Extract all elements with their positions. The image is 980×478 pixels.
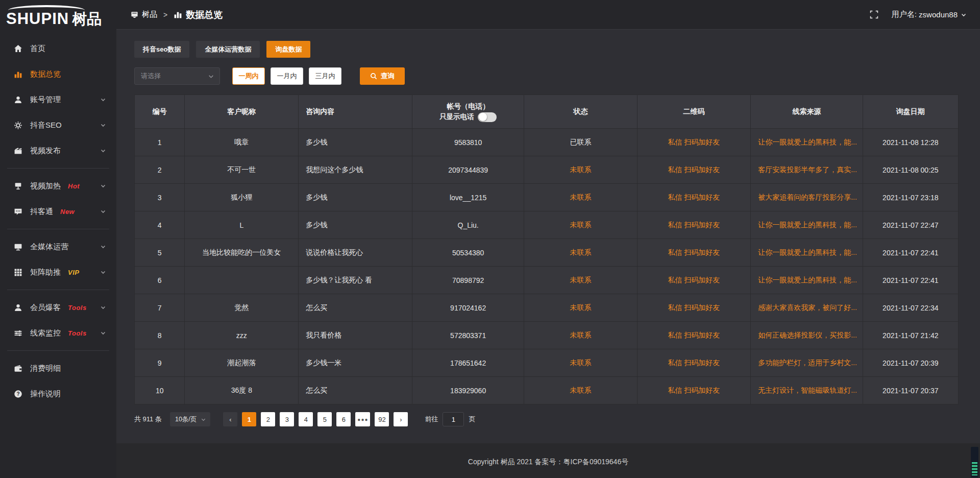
screen-flag-icon [13,181,22,190]
cell-account: 50534380 [412,239,524,267]
table-row: 3 狐小狸 多少钱 love__1215 未联系 私信 扫码加好友 被大家追着问… [135,184,959,211]
table-row: 9 潮起潮落 多少钱一米 178651642 未联系 私信 扫码加好友 多功能护… [135,349,959,377]
sidebar-item-data-overview[interactable]: 数据总览 [0,61,116,87]
cell-qrcode-link[interactable]: 私信 扫码加好友 [637,349,751,377]
phone-only-toggle[interactable] [478,112,497,122]
sidebar-item-label: 操作说明 [30,389,61,399]
next-page-button[interactable]: › [394,412,408,426]
cell-id: 6 [135,267,185,294]
sidebar-item-label: 首页 [30,44,45,54]
sidebar-item-douketong[interactable]: 抖客通 New [0,199,116,224]
app-root: SHUPIN树品 首页 数据总览 账号管理 [0,0,980,478]
cell-qrcode-link[interactable]: 私信 扫码加好友 [637,377,751,404]
sidebar-item-lead-monitor[interactable]: 线索监控 Tools [0,320,116,346]
query-button[interactable]: 查询 [360,67,405,85]
breadcrumb-separator: > [163,11,167,19]
cell-qrcode-link[interactable]: 私信 扫码加好友 [637,239,751,267]
tab-douyin-seo-data[interactable]: 抖音seo数据 [134,41,189,58]
chevron-down-icon [100,183,106,189]
member-icon [13,303,22,312]
grid-icon [13,268,22,277]
cell-id: 10 [135,377,185,404]
cell-qrcode-link[interactable]: 私信 扫码加好友 [637,211,751,239]
sidebar-item-label: 抖客通 [30,207,53,217]
cell-date: 2021-11-07 23:18 [863,184,958,211]
page-button-4[interactable]: 4 [299,412,313,426]
sidebar-item-home[interactable]: 首页 [0,36,116,61]
table-row: 6 多少钱？让我死心 看 70898792 未联系 私信 扫码加好友 让你一眼就… [135,267,959,294]
page-button-92[interactable]: 92 [375,412,389,426]
cell-qrcode-link[interactable]: 私信 扫码加好友 [637,156,751,184]
cell-source-link[interactable]: 让你一眼就爱上的黑科技，能... [751,129,863,156]
sidebar-item-matrix-boost[interactable]: 矩阵助推 VIP [0,259,116,285]
sidebar-item-douyin-seo[interactable]: 抖音SEO [0,112,116,138]
sidebar-item-member-burst[interactable]: 会员爆客 Tools [0,295,116,320]
main-column: 树品 > 数据总览 用户名: zswodun88 [116,0,980,478]
range-quarter-button[interactable]: 三月内 [309,67,341,85]
sidebar-item-expense-detail[interactable]: 消费明细 [0,355,116,381]
sidebar-divider [7,350,109,351]
filter-bar: 请选择 一周内 一月内 三月内 查询 [134,67,959,85]
cell-qrcode-link[interactable]: 私信 扫码加好友 [637,184,751,211]
cell-source-link[interactable]: 客厅安装投影半年多了，真实... [751,156,863,184]
cell-qrcode-link[interactable]: 私信 扫码加好友 [637,294,751,322]
cell-source-link[interactable]: 让你一眼就爱上的黑科技，能... [751,211,863,239]
breadcrumb-root[interactable]: 树品 [142,10,157,19]
page-button-6[interactable]: 6 [336,412,351,426]
sidebar-item-video-heat[interactable]: 视频加热 Hot [0,173,116,199]
fullscreen-icon[interactable] [870,10,878,19]
page-button-3[interactable]: 3 [280,412,294,426]
cell-status: 未联系 [524,322,637,349]
sidebar-item-label: 视频发布 [30,146,61,156]
page-button-2[interactable]: 2 [261,412,275,426]
cell-qrcode-link[interactable]: 私信 扫码加好友 [637,129,751,156]
filter-select[interactable]: 请选择 [134,67,220,85]
cell-nickname: 当地比较能吃的一位美女 [185,239,299,267]
cell-account: 917024162 [412,294,524,322]
cell-source-link[interactable]: 感谢大家喜欢我家，被问了好... [751,294,863,322]
cell-source-link[interactable]: 多功能护栏灯，适用于乡村文... [751,349,863,377]
cell-account: 9583810 [412,129,524,156]
user-menu[interactable]: 用户名: zswodun88 [892,10,967,19]
col-header-id: 编号 [135,95,185,129]
username-label: 用户名: [892,10,917,19]
total-count: 共 911 条 [134,415,162,424]
page-more-button[interactable]: ●●● [355,412,370,426]
sidebar-item-help[interactable]: ? 操作说明 [0,381,116,407]
tab-inquiry-data[interactable]: 询盘数据 [266,41,310,58]
table-row: 8 zzz 我只看价格 572803371 未联系 私信 扫码加好友 如何正确选… [135,322,959,349]
table-row: 10 36度 8 怎么买 183929060 未联系 私信 扫码加好友 无主灯设… [135,377,959,404]
cell-status: 未联系 [524,267,637,294]
user-icon [13,95,22,104]
range-week-button[interactable]: 一周内 [232,67,265,85]
chevron-down-icon [100,97,106,103]
cell-source-link[interactable]: 如何正确选择投影仪，买投影... [751,322,863,349]
cell-account: 70898792 [412,267,524,294]
goto-page-input[interactable] [443,412,464,426]
cell-date: 2021-11-08 12:28 [863,129,958,156]
chevron-down-icon [100,208,106,214]
sidebar-item-video-publish[interactable]: 视频发布 [0,138,116,163]
brand-name-cn: 树品 [72,11,102,27]
page-size-select[interactable]: 10条/页 [170,412,210,426]
chevron-down-icon [100,244,106,250]
board-icon [131,11,138,18]
video-publish-icon [13,146,22,155]
cell-source-link[interactable]: 让你一眼就爱上的黑科技，能... [751,267,863,294]
sidebar-item-omni-media[interactable]: 全媒体运营 [0,234,116,259]
sidebar-item-account-mgmt[interactable]: 账号管理 [0,87,116,112]
cell-source-link[interactable]: 让你一眼就爱上的黑科技，能... [751,239,863,267]
cell-source-link[interactable]: 无主灯设计，智能磁吸轨道灯... [751,377,863,404]
browser-extension-widget[interactable] [971,447,978,477]
query-button-label: 查询 [381,71,395,81]
page-button-5[interactable]: 5 [317,412,332,426]
cell-qrcode-link[interactable]: 私信 扫码加好友 [637,267,751,294]
table-row: 1 哦章 多少钱 9583810 已联系 私信 扫码加好友 让你一眼就爱上的黑科… [135,129,959,156]
tab-omni-media-data[interactable]: 全媒体运营数据 [196,41,260,58]
prev-page-button[interactable]: ‹ [223,412,237,426]
cell-source-link[interactable]: 被大家追着问的客厅投影分享... [751,184,863,211]
cell-qrcode-link[interactable]: 私信 扫码加好友 [637,322,751,349]
range-month-button[interactable]: 一月内 [271,67,303,85]
page-button-1[interactable]: 1 [242,412,256,426]
cell-account: 178651642 [412,349,524,377]
